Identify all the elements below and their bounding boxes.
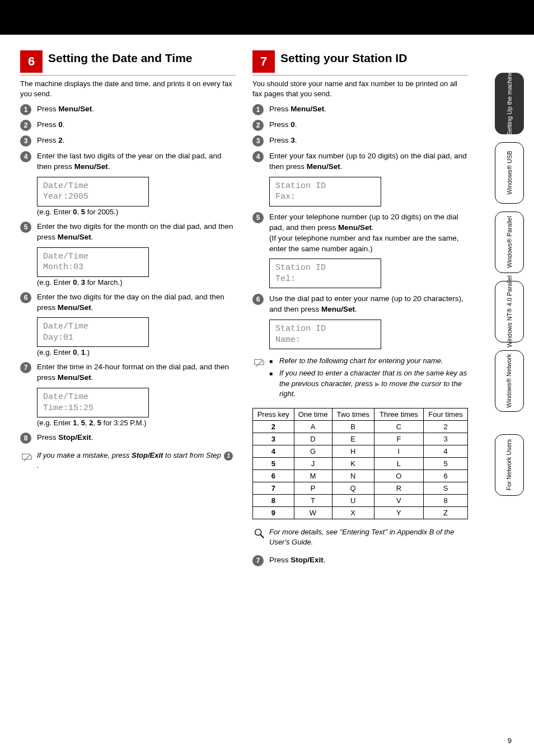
step-text: Press Menu/Set. — [37, 104, 236, 115]
step-6-8: 8Press Stop/Exit. — [20, 433, 236, 444]
step-text: Enter the two digits for the day on the … — [37, 292, 236, 313]
table-cell: 5 — [423, 457, 467, 469]
step-7-7: 7Press Stop/Exit. — [252, 555, 468, 566]
pencil-note-icon — [20, 450, 34, 464]
step-text: Enter the last two digits of the year on… — [37, 151, 236, 172]
table-cell: N — [332, 469, 374, 482]
step-text: Enter your fax number (up to 20 digits) … — [269, 151, 468, 172]
step-6-2: 2Press 0. — [20, 120, 236, 131]
tab-network-users[interactable]: For Network Users — [495, 434, 524, 496]
tab-setting-up[interactable]: Setting Up the machine — [495, 73, 524, 134]
table-cell: W — [294, 506, 332, 519]
table-cell: A — [294, 420, 332, 433]
tab-windows-usb[interactable]: Windows® USB — [495, 142, 524, 204]
section-7-title: Setting your Station ID — [280, 50, 407, 64]
tab-windows-network[interactable]: Windows® Network — [495, 350, 524, 412]
character-entry-table: Press keyOne timeTwo timesThree timesFou… — [252, 408, 468, 519]
reference-note: For more details, see "Entering Text" in… — [252, 527, 468, 547]
step-num-icon: 8 — [20, 433, 31, 444]
step-num-icon: 1 — [252, 104, 264, 115]
table-cell: V — [374, 494, 423, 506]
step-text: Press Menu/Set. — [269, 104, 468, 115]
table-cell: S — [423, 482, 467, 494]
table-cell: I — [374, 445, 423, 457]
section-7-intro: You should store your name and fax numbe… — [252, 79, 468, 98]
step-num-icon: 6 — [252, 294, 264, 305]
lcd-display: Date/Time Day:01 — [37, 317, 149, 347]
table-row: 7PQRS — [253, 482, 468, 494]
lcd-display: Date/Time Month:03 — [37, 247, 149, 277]
table-cell: G — [294, 445, 332, 457]
lcd-display: Station ID Fax: — [269, 177, 381, 206]
table-row: 4GHI4 — [253, 445, 468, 457]
table-cell: 5 — [253, 457, 294, 469]
main-content: 6 Setting the Date and Time The machine … — [20, 50, 468, 571]
step-num-icon: 3 — [252, 135, 264, 147]
table-cell: C — [374, 420, 423, 433]
step-7-5: 5Enter your telephone number (up to 20 d… — [252, 212, 468, 255]
table-cell: P — [294, 482, 332, 494]
step-text: Press Stop/Exit. — [269, 555, 468, 566]
table-cell: R — [374, 482, 423, 494]
step-text: Press 3. — [269, 135, 468, 146]
table-row: 9WXYZ — [253, 506, 468, 519]
step-num-icon: 3 — [20, 135, 31, 147]
tab-windows-parallel[interactable]: Windows® Parallel — [495, 212, 524, 273]
step-text: Press 0. — [37, 120, 236, 130]
table-cell: 3 — [253, 433, 294, 445]
step-6-3: 3Press 2. — [20, 135, 236, 147]
table-cell: X — [332, 506, 374, 519]
magnifier-icon — [252, 527, 266, 541]
table-cell: 4 — [253, 445, 294, 457]
tip-bullet-2: If you need to enter a character that is… — [269, 368, 468, 399]
step-num-icon: 5 — [20, 222, 31, 233]
step-text: Press 2. — [37, 135, 236, 146]
pencil-note-icon — [252, 356, 266, 370]
step-7-3: 3Press 3. — [252, 135, 468, 147]
step-7-6: 6Use the dial pad to enter your name (up… — [252, 294, 468, 315]
table-cell: 7 — [253, 482, 294, 494]
table-row: 2ABC2 — [253, 420, 468, 433]
table-cell: 8 — [423, 494, 467, 506]
table-cell: 2 — [423, 420, 467, 433]
lcd-display: Station ID Tel: — [269, 259, 381, 288]
tab-windows-nt4-parallel[interactable]: Windows NT® 4.0 Parallel — [495, 281, 524, 342]
table-cell: F — [374, 433, 423, 445]
step-num-icon: 2 — [252, 120, 264, 131]
page-number: 9 — [508, 736, 512, 745]
table-row: 6MNO6 — [253, 469, 468, 482]
side-tabs: Setting Up the machine Windows® USB Wind… — [495, 73, 524, 504]
step-text: Press 0. — [269, 120, 468, 130]
lcd-display: Date/Time Time:15:25 — [37, 388, 149, 417]
table-row: 5JKL5 — [253, 457, 468, 469]
section-6-number: 6 — [20, 50, 43, 73]
tip-note: Refer to the following chart for enterin… — [252, 356, 468, 401]
section-7-number: 7 — [252, 50, 275, 73]
step-num-icon: 4 — [252, 151, 264, 162]
step-6-7: 7Enter the time in 24-hour format on the… — [20, 362, 236, 383]
step-text: Use the dial pad to enter your name (up … — [269, 294, 468, 315]
table-cell: 2 — [253, 420, 294, 433]
table-cell: Y — [374, 506, 423, 519]
note-mistake: If you make a mistake, press Stop/Exit t… — [20, 450, 236, 471]
lcd-display: Station ID Name: — [269, 320, 381, 349]
svg-line-1 — [260, 534, 264, 538]
example-text: (e.g. Enter 0, 5 for 2005.) — [37, 208, 236, 216]
right-column: 7 Setting your Station ID You should sto… — [252, 50, 468, 571]
step-text: Enter your telephone number (up to 20 di… — [269, 212, 468, 255]
table-cell: 4 — [423, 445, 467, 457]
table-cell: Q — [332, 482, 374, 494]
table-cell: E — [332, 433, 374, 445]
table-cell: M — [294, 469, 332, 482]
table-cell: 6 — [423, 469, 467, 482]
left-column: 6 Setting the Date and Time The machine … — [20, 50, 236, 571]
example-text: (e.g. Enter 0, 1.) — [37, 348, 236, 356]
section-6-heading: 6 Setting the Date and Time — [20, 50, 236, 76]
step-num-icon: 7 — [20, 362, 31, 373]
table-cell: O — [374, 469, 423, 482]
step-num-icon: 5 — [252, 212, 264, 223]
step-text: Press Stop/Exit. — [37, 433, 236, 443]
lcd-display: Date/Time Year:2005 — [37, 177, 149, 206]
section-6-intro: The machine displays the date and time, … — [20, 79, 236, 98]
section-7-heading: 7 Setting your Station ID — [252, 50, 468, 76]
